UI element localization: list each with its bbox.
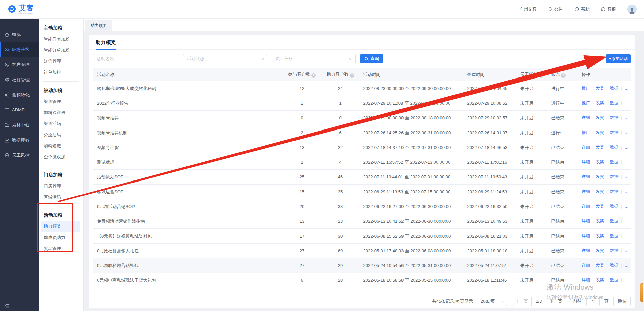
action-award[interactable]: 发奖 (596, 189, 604, 194)
action-more[interactable]: … (624, 189, 629, 194)
sidebar-item-overview[interactable]: 概况 (0, 27, 39, 42)
action-data[interactable]: 数据 (610, 115, 619, 120)
action-more[interactable]: … (624, 234, 629, 238)
submenu-item[interactable]: 订单加粉 (41, 67, 80, 78)
collapse-sidebar-icon[interactable] (4, 304, 10, 309)
action-more[interactable]: … (624, 145, 629, 150)
submenu-item[interactable]: 智能订单加粉 (41, 45, 80, 56)
action-promote[interactable]: 推广 (582, 86, 590, 91)
action-data[interactable]: 数据 (610, 189, 619, 194)
help-link[interactable]: 帮助 (574, 6, 590, 12)
action-detail[interactable]: 详细 (582, 174, 590, 179)
action-detail[interactable]: 详细 (582, 219, 590, 223)
tab-zhuli-lingjiang[interactable]: 助力领奖 (85, 20, 112, 31)
action-more[interactable]: … (624, 248, 629, 253)
action-award[interactable]: 发奖 (596, 248, 604, 253)
next-page-button[interactable]: 下一页 (546, 297, 566, 306)
submenu-item[interactable]: 助力领奖 (41, 221, 80, 232)
org-name[interactable]: 广州艾客 (519, 6, 537, 12)
submenu-item[interactable]: 加粉短链 (41, 140, 80, 151)
panel-title-tab[interactable]: 助力领奖 (96, 39, 116, 49)
goto-page-input[interactable] (586, 297, 600, 306)
action-award[interactable]: 发奖 (596, 130, 604, 135)
action-award[interactable]: 发奖 (596, 101, 604, 105)
action-more[interactable]: … (624, 204, 629, 209)
submenu-item[interactable]: 群成员助力 (41, 232, 80, 243)
action-data[interactable]: 数据 (610, 263, 619, 268)
sidebar-item-community[interactable]: 社群管理 (0, 72, 39, 87)
sidebar-item-admp[interactable]: ADMP (0, 102, 39, 117)
action-detail[interactable]: 详细 (582, 145, 590, 150)
sidebar-item-acquisition[interactable]: 吸粉获客 (0, 42, 39, 57)
action-more[interactable]: … (624, 101, 629, 105)
submenu-item[interactable]: 区域活码 (41, 192, 80, 203)
submenu-item[interactable]: 分流活码 (41, 129, 80, 140)
action-data[interactable]: 数据 (610, 174, 619, 179)
action-data[interactable]: 数据 (610, 86, 619, 91)
search-button[interactable]: 查询 (360, 54, 383, 63)
submenu-item[interactable]: 企个微双加 (41, 151, 80, 162)
submenu-item[interactable]: 渠道活码 (41, 118, 80, 129)
action-award[interactable]: 发奖 (596, 204, 604, 209)
action-data[interactable]: 数据 (610, 160, 619, 164)
action-data[interactable]: 数据 (610, 130, 619, 135)
submenu-item[interactable]: 智能导表加粉 (41, 34, 80, 45)
action-promote[interactable]: 推广 (582, 101, 590, 105)
user-avatar[interactable] (627, 5, 637, 14)
table-row: 0元领取私域营销礼包27292022-05-24 10:54:56 至 2022… (93, 258, 631, 273)
prev-page-button[interactable]: 上一页 (512, 297, 532, 306)
action-more[interactable]: … (624, 219, 629, 223)
action-award[interactable]: 发奖 (596, 219, 604, 223)
action-more[interactable]: … (624, 86, 629, 91)
action-award[interactable]: 发奖 (596, 234, 604, 238)
action-award[interactable]: 发奖 (596, 174, 604, 179)
submenu-item[interactable]: 门店管理 (41, 180, 80, 192)
action-award[interactable]: 发奖 (596, 263, 604, 268)
action-detail[interactable]: 详细 (582, 263, 590, 268)
action-award[interactable]: 发奖 (596, 160, 604, 164)
scrollbar-thumb[interactable] (640, 283, 643, 302)
submenu-item[interactable]: 加粉欢迎语 (41, 107, 80, 118)
action-award[interactable]: 发奖 (596, 115, 604, 120)
action-data[interactable]: 数据 (610, 204, 619, 209)
sidebar-item-risk[interactable]: 员工风控 (0, 148, 39, 163)
action-more[interactable]: … (624, 174, 629, 179)
sidebar-item-marketing[interactable]: 营销转化 (0, 87, 39, 102)
submenu-item[interactable]: 渠道管理 (41, 96, 80, 107)
notice-link[interactable]: 公告 (548, 6, 563, 12)
action-detail[interactable]: 详细 (582, 189, 590, 194)
action-more[interactable]: … (624, 160, 629, 164)
action-detail[interactable]: 详细 (582, 234, 590, 238)
action-data[interactable]: 数据 (610, 248, 619, 253)
action-detail[interactable]: 详细 (582, 160, 590, 164)
action-more[interactable]: … (624, 263, 629, 268)
action-data[interactable]: 数据 (610, 219, 619, 223)
sidebar-item-customers[interactable]: 客户管理 (0, 57, 39, 72)
page-size-select[interactable]: 20条/页 (478, 297, 507, 306)
service-link[interactable]: 客服 (601, 6, 616, 12)
add-activity-button[interactable]: +添加活动 (606, 54, 631, 63)
action-more[interactable]: … (624, 115, 629, 120)
action-promote[interactable]: 推广 (582, 130, 590, 135)
action-detail[interactable]: 详细 (582, 278, 590, 282)
action-data[interactable]: 数据 (610, 101, 619, 105)
action-detail[interactable]: 详细 (582, 204, 590, 209)
action-more[interactable]: … (624, 130, 629, 135)
action-data[interactable]: 数据 (610, 234, 619, 238)
jump-button[interactable]: 跳转 (613, 297, 631, 306)
staff-task-select[interactable]: 员工任务 (272, 54, 356, 63)
submenu-item[interactable]: 短信管理 (41, 56, 80, 67)
action-detail[interactable]: 详细 (582, 115, 590, 120)
action-award[interactable]: 发奖 (596, 145, 604, 150)
action-more[interactable]: … (624, 278, 629, 282)
action-award[interactable]: 发奖 (596, 86, 604, 91)
sidebar-item-material[interactable]: 素材中心 (0, 117, 39, 133)
action-data[interactable]: 数据 (610, 278, 619, 282)
action-detail[interactable]: 详细 (582, 248, 590, 253)
sidebar-item-performance[interactable]: 数据绩效 (0, 133, 39, 148)
submenu-item[interactable]: 奖品管理 (41, 243, 80, 254)
activity-name-input[interactable] (93, 54, 178, 63)
activity-status-select[interactable]: 活动状态 (183, 54, 267, 63)
action-award[interactable]: 发奖 (596, 278, 604, 282)
action-data[interactable]: 数据 (610, 145, 619, 150)
